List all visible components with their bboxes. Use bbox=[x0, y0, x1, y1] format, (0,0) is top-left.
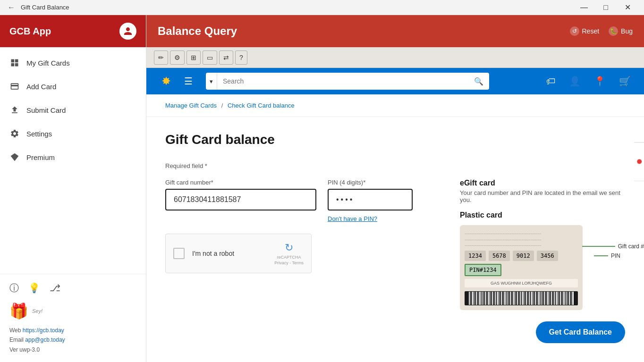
page-title: Gift Card balance bbox=[165, 132, 625, 147]
sidebar: GCB App My Gift Cards Add Card bbox=[0, 15, 146, 362]
info-icon-button[interactable]: ⓘ bbox=[9, 282, 19, 295]
sidebar-info: Web https://gcb.today Email app@gcb.toda… bbox=[9, 326, 136, 354]
email-label: Email bbox=[9, 337, 25, 343]
svg-rect-8 bbox=[482, 292, 483, 305]
title-bar: ← Gift Card Balance — □ ✕ bbox=[0, 0, 644, 15]
svg-rect-19 bbox=[501, 292, 502, 305]
pin-input[interactable] bbox=[328, 189, 413, 210]
sidebar-item-submit-card[interactable]: Submit Card bbox=[0, 98, 146, 122]
pin-label: PIN (4 digits)* bbox=[328, 179, 413, 186]
svg-rect-5 bbox=[476, 292, 477, 305]
feedback-dot bbox=[637, 159, 642, 164]
sidebar-item-label: My Gift Cards bbox=[26, 59, 70, 67]
close-button[interactable]: ✕ bbox=[617, 0, 638, 15]
svg-rect-15 bbox=[494, 292, 494, 305]
web-label: Web bbox=[9, 327, 23, 334]
svg-rect-18 bbox=[500, 292, 500, 305]
breadcrumb-separator: / bbox=[221, 102, 223, 109]
recaptcha-text: reCAPTCHA bbox=[277, 255, 301, 260]
gift-card-number-label: Gift card # bbox=[618, 243, 644, 250]
nav-cart-button[interactable]: 🛒 bbox=[613, 72, 636, 91]
walmart-nav: ✸ ☰ ▾ 🔍 🏷 👤 📍 🛒 bbox=[146, 68, 644, 94]
svg-rect-34 bbox=[528, 292, 528, 305]
nav-deals-button[interactable]: 🏷 bbox=[541, 72, 561, 91]
toolbar-tools-btn[interactable]: ⚙ bbox=[170, 51, 185, 65]
svg-rect-31 bbox=[522, 292, 524, 305]
get-card-balance-button[interactable]: Get Card Balance bbox=[536, 321, 625, 343]
sidebar-item-add-card[interactable]: Add Card bbox=[0, 75, 146, 98]
svg-rect-28 bbox=[517, 292, 518, 305]
search-input[interactable] bbox=[217, 77, 468, 85]
svg-rect-51 bbox=[559, 292, 559, 305]
share-icon-button[interactable]: ⎇ bbox=[50, 282, 60, 295]
card-info-section: eGift card Your card number and PIN are … bbox=[460, 179, 625, 310]
maximize-button[interactable]: □ bbox=[595, 0, 617, 15]
recaptcha-box: I'm not a robot ↻ reCAPTCHA Privacy - Te… bbox=[165, 234, 312, 273]
sidebar-nav: My Gift Cards Add Card Submit Card bbox=[0, 47, 146, 274]
barcode-svg bbox=[467, 292, 576, 305]
svg-rect-38 bbox=[535, 292, 536, 305]
egift-desc: Your card number and PIN are located in … bbox=[460, 189, 625, 203]
breadcrumb-home[interactable]: Manage Gift Cards bbox=[165, 102, 217, 109]
toolbar-card-btn[interactable]: ▭ bbox=[203, 51, 217, 65]
sidebar-footer: ⓘ 💡 ⎇ 🎁 Sey! Web https://gcb.today Email… bbox=[0, 274, 146, 362]
app-title: GCB App bbox=[9, 26, 51, 37]
search-button[interactable]: 🔍 bbox=[468, 73, 489, 90]
svg-rect-36 bbox=[531, 292, 533, 305]
form-section: Gift card number* PIN (4 digits)* Don't … bbox=[165, 179, 413, 310]
feedback-tab[interactable]: Feedback bbox=[635, 142, 644, 181]
window-title: Gift Card Balance bbox=[21, 4, 69, 11]
dont-have-pin-link[interactable]: Don't have a PIN? bbox=[328, 215, 413, 222]
card-num-4: 3456 bbox=[537, 251, 558, 261]
svg-rect-23 bbox=[508, 292, 509, 305]
search-container: ▾ 🔍 bbox=[206, 73, 489, 90]
web-link[interactable]: https://gcb.today bbox=[23, 327, 64, 334]
svg-rect-6 bbox=[478, 292, 478, 305]
svg-rect-29 bbox=[519, 292, 519, 305]
bulb-icon-button[interactable]: 💡 bbox=[28, 282, 40, 295]
svg-rect-21 bbox=[504, 292, 506, 305]
reset-button[interactable]: ↺ Reset bbox=[570, 26, 600, 36]
gift-card-label: Gift card number* bbox=[165, 179, 316, 186]
footer-icons: ⓘ 💡 ⎇ bbox=[9, 282, 136, 295]
pin-green-line bbox=[594, 255, 608, 256]
barcode-text: GAS WUGHNM LORJHQWEFG bbox=[465, 279, 578, 287]
svg-rect-27 bbox=[516, 292, 516, 305]
hamburger-button[interactable]: ☰ bbox=[178, 72, 198, 91]
avatar[interactable] bbox=[119, 23, 136, 40]
svg-rect-55 bbox=[566, 292, 567, 305]
svg-rect-40 bbox=[538, 292, 540, 305]
reset-icon: ↺ bbox=[570, 26, 579, 36]
card-num-3: 9012 bbox=[513, 251, 534, 261]
search-dropdown[interactable]: ▾ bbox=[206, 73, 217, 90]
gift-card-input[interactable] bbox=[165, 189, 316, 210]
svg-rect-20 bbox=[503, 292, 503, 305]
recaptcha-checkbox[interactable] bbox=[173, 248, 185, 259]
toolbar-help-btn[interactable]: ? bbox=[235, 51, 247, 65]
svg-rect-33 bbox=[526, 292, 527, 305]
bug-button[interactable]: 🐛 Bug bbox=[609, 26, 633, 36]
svg-rect-49 bbox=[554, 292, 555, 305]
minimize-button[interactable]: — bbox=[573, 0, 595, 15]
back-button[interactable]: ← bbox=[6, 1, 17, 14]
main-content: Balance Query ↺ Reset 🐛 Bug ✏ ⚙ ⊞ ▭ ⇄ ? bbox=[146, 15, 644, 362]
toolbar-grid-btn[interactable]: ⊞ bbox=[186, 51, 201, 65]
sidebar-item-premium[interactable]: Premium bbox=[0, 145, 146, 169]
svg-rect-3 bbox=[472, 292, 474, 305]
nav-account-button[interactable]: 👤 bbox=[563, 72, 586, 91]
sidebar-item-my-gift-cards[interactable]: My Gift Cards bbox=[0, 51, 146, 75]
sidebar-item-settings[interactable]: Settings bbox=[0, 122, 146, 145]
email-link[interactable]: app@gcb.today bbox=[25, 337, 65, 343]
gift-card-label-line: Gift card # bbox=[582, 243, 644, 250]
svg-rect-50 bbox=[556, 292, 558, 305]
toolbar-edit-btn[interactable]: ✏ bbox=[154, 51, 168, 65]
svg-rect-46 bbox=[550, 292, 550, 305]
nav-location-button[interactable]: 📍 bbox=[588, 72, 611, 91]
svg-rect-7 bbox=[479, 292, 481, 305]
svg-rect-14 bbox=[492, 292, 493, 305]
grid-icon bbox=[9, 58, 20, 68]
toolbar-arrows-btn[interactable]: ⇄ bbox=[219, 51, 233, 65]
svg-rect-37 bbox=[534, 292, 534, 305]
app-top-bar: Balance Query ↺ Reset 🐛 Bug bbox=[146, 15, 644, 47]
card-image: ........................................… bbox=[460, 225, 583, 310]
